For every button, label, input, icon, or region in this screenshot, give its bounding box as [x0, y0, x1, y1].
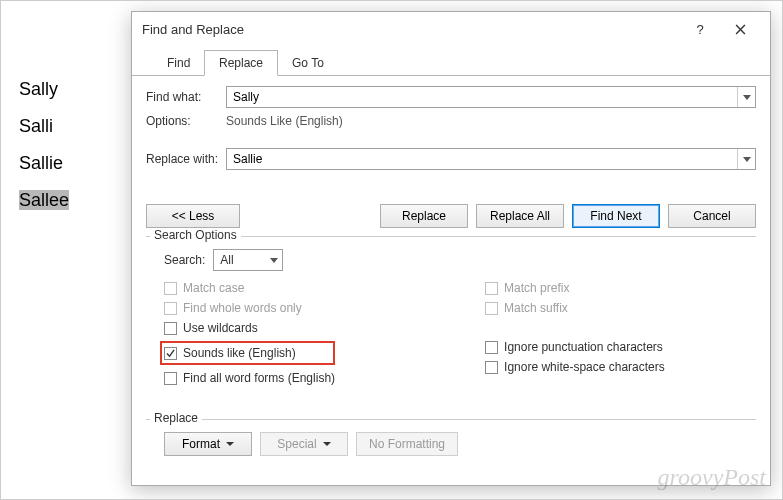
- format-button[interactable]: Format: [164, 432, 252, 456]
- replace-section: Replace Format Special No Formatting: [146, 419, 756, 456]
- ignore-punctuation-checkbox[interactable]: Ignore punctuation characters: [485, 340, 665, 354]
- doc-word-3: Sallie: [19, 153, 63, 173]
- find-what-input[interactable]: [227, 87, 737, 107]
- chevron-down-icon: [743, 95, 751, 100]
- replace-with-input[interactable]: [227, 149, 737, 169]
- search-direction-value: All: [220, 253, 233, 267]
- tab-find[interactable]: Find: [152, 50, 205, 76]
- dialog-title: Find and Replace: [142, 22, 680, 37]
- special-button: Special: [260, 432, 348, 456]
- sounds-like-highlight: Sounds like (English): [160, 341, 335, 365]
- find-replace-dialog: Find and Replace ? Find Replace Go To Fi…: [131, 11, 771, 486]
- use-wildcards-checkbox[interactable]: Use wildcards: [164, 321, 335, 335]
- find-what-combo[interactable]: [226, 86, 756, 108]
- search-options-group: Search Options Search: All Match case Fi…: [146, 236, 756, 385]
- replace-with-combo[interactable]: [226, 148, 756, 170]
- replace-button[interactable]: Replace: [380, 204, 468, 228]
- dialog-tabs: Find Replace Go To: [132, 50, 770, 76]
- match-prefix-checkbox: Match prefix: [485, 281, 665, 295]
- match-suffix-checkbox: Match suffix: [485, 301, 665, 315]
- sounds-like-checkbox[interactable]: Sounds like (English): [164, 346, 296, 360]
- tab-replace[interactable]: Replace: [204, 50, 278, 76]
- match-case-checkbox: Match case: [164, 281, 335, 295]
- doc-word-4-selected: Sallee: [19, 190, 69, 210]
- document-text: Sally Salli Sallie Sallee: [19, 71, 69, 219]
- chevron-down-icon: [743, 157, 751, 162]
- cancel-button[interactable]: Cancel: [668, 204, 756, 228]
- find-what-dropdown-button[interactable]: [737, 87, 755, 107]
- replace-section-title: Replace: [150, 411, 202, 425]
- options-label: Options:: [146, 114, 226, 128]
- doc-word-1: Sally: [19, 79, 58, 99]
- find-next-button[interactable]: Find Next: [572, 204, 660, 228]
- less-button[interactable]: << Less: [146, 204, 240, 228]
- ignore-whitespace-checkbox[interactable]: Ignore white-space characters: [485, 360, 665, 374]
- close-button[interactable]: [720, 15, 760, 43]
- close-icon: [735, 24, 746, 35]
- options-value: Sounds Like (English): [226, 114, 343, 128]
- help-button[interactable]: ?: [680, 15, 720, 43]
- find-what-label: Find what:: [146, 90, 226, 104]
- replace-with-label: Replace with:: [146, 152, 226, 166]
- replace-with-dropdown-button[interactable]: [737, 149, 755, 169]
- tab-goto[interactable]: Go To: [277, 50, 339, 76]
- whole-words-checkbox: Find whole words only: [164, 301, 335, 315]
- replace-all-button[interactable]: Replace All: [476, 204, 564, 228]
- word-forms-checkbox[interactable]: Find all word forms (English): [164, 371, 335, 385]
- search-options-title: Search Options: [150, 228, 241, 242]
- no-formatting-button: No Formatting: [356, 432, 458, 456]
- search-direction-select[interactable]: All: [213, 249, 283, 271]
- search-direction-label: Search:: [164, 253, 205, 267]
- chevron-down-icon: [270, 258, 278, 263]
- dialog-titlebar[interactable]: Find and Replace ?: [132, 12, 770, 46]
- doc-word-2: Salli: [19, 116, 53, 136]
